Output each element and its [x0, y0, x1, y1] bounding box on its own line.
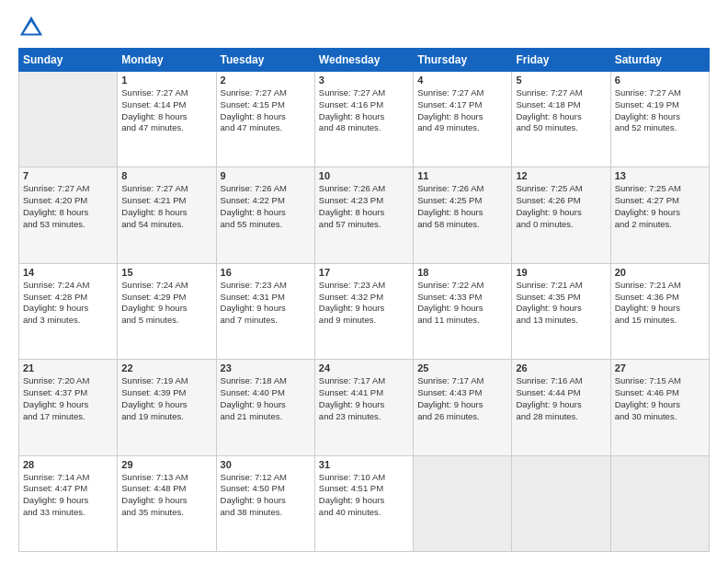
week-row-5: 28Sunrise: 7:14 AM Sunset: 4:47 PM Dayli…: [19, 455, 710, 551]
day-info: Sunrise: 7:21 AM Sunset: 4:36 PM Dayligh…: [615, 280, 705, 327]
day-info: Sunrise: 7:14 AM Sunset: 4:47 PM Dayligh…: [23, 472, 113, 519]
day-number: 17: [319, 267, 409, 278]
day-info: Sunrise: 7:27 AM Sunset: 4:16 PM Dayligh…: [319, 87, 409, 134]
day-cell: 30Sunrise: 7:12 AM Sunset: 4:50 PM Dayli…: [216, 455, 314, 551]
day-info: Sunrise: 7:10 AM Sunset: 4:51 PM Dayligh…: [319, 472, 409, 519]
day-cell: [19, 72, 118, 167]
day-info: Sunrise: 7:17 AM Sunset: 4:43 PM Dayligh…: [417, 375, 507, 422]
week-row-1: 1Sunrise: 7:27 AM Sunset: 4:14 PM Daylig…: [19, 72, 710, 167]
calendar-body: 1Sunrise: 7:27 AM Sunset: 4:14 PM Daylig…: [19, 72, 710, 552]
day-info: Sunrise: 7:15 AM Sunset: 4:46 PM Dayligh…: [615, 375, 705, 422]
day-number: 13: [615, 170, 705, 181]
day-number: 12: [516, 170, 606, 181]
logo-icon: [18, 15, 44, 40]
day-info: Sunrise: 7:18 AM Sunset: 4:40 PM Dayligh…: [221, 375, 311, 422]
week-row-4: 21Sunrise: 7:20 AM Sunset: 4:37 PM Dayli…: [19, 360, 710, 455]
header-cell-friday: Friday: [512, 49, 610, 72]
day-number: 5: [516, 75, 606, 86]
day-number: 6: [615, 75, 705, 86]
day-cell: 25Sunrise: 7:17 AM Sunset: 4:43 PM Dayli…: [414, 360, 512, 455]
day-info: Sunrise: 7:27 AM Sunset: 4:19 PM Dayligh…: [615, 87, 705, 134]
day-cell: 18Sunrise: 7:22 AM Sunset: 4:33 PM Dayli…: [414, 263, 512, 359]
header-cell-tuesday: Tuesday: [216, 49, 314, 72]
day-info: Sunrise: 7:27 AM Sunset: 4:14 PM Dayligh…: [121, 87, 211, 134]
day-number: 3: [319, 75, 409, 86]
day-number: 20: [615, 267, 705, 278]
day-cell: [512, 455, 610, 551]
day-number: 1: [121, 75, 211, 86]
day-cell: 2Sunrise: 7:27 AM Sunset: 4:15 PM Daylig…: [216, 72, 314, 167]
day-number: 10: [319, 170, 409, 181]
day-info: Sunrise: 7:27 AM Sunset: 4:21 PM Dayligh…: [121, 183, 211, 230]
day-info: Sunrise: 7:12 AM Sunset: 4:50 PM Dayligh…: [221, 472, 311, 519]
day-info: Sunrise: 7:23 AM Sunset: 4:32 PM Dayligh…: [319, 280, 409, 327]
day-cell: 20Sunrise: 7:21 AM Sunset: 4:36 PM Dayli…: [610, 263, 709, 359]
day-number: 28: [23, 459, 113, 470]
day-info: Sunrise: 7:24 AM Sunset: 4:29 PM Dayligh…: [121, 280, 211, 327]
day-cell: 22Sunrise: 7:19 AM Sunset: 4:39 PM Dayli…: [118, 360, 216, 455]
day-info: Sunrise: 7:25 AM Sunset: 4:27 PM Dayligh…: [615, 183, 705, 230]
day-number: 23: [221, 362, 311, 373]
day-info: Sunrise: 7:22 AM Sunset: 4:33 PM Dayligh…: [417, 280, 507, 327]
day-info: Sunrise: 7:26 AM Sunset: 4:25 PM Dayligh…: [417, 183, 507, 230]
day-info: Sunrise: 7:27 AM Sunset: 4:15 PM Dayligh…: [221, 87, 311, 134]
header-row: SundayMondayTuesdayWednesdayThursdayFrid…: [19, 49, 710, 72]
day-number: 15: [121, 267, 211, 278]
day-number: 7: [23, 170, 113, 181]
day-number: 9: [221, 170, 311, 181]
day-number: 22: [121, 362, 211, 373]
day-cell: 6Sunrise: 7:27 AM Sunset: 4:19 PM Daylig…: [610, 72, 709, 167]
day-info: Sunrise: 7:19 AM Sunset: 4:39 PM Dayligh…: [121, 375, 211, 422]
day-cell: 13Sunrise: 7:25 AM Sunset: 4:27 PM Dayli…: [610, 167, 709, 263]
day-number: 30: [221, 459, 311, 470]
day-number: 27: [615, 362, 705, 373]
day-cell: [610, 455, 709, 551]
day-cell: 16Sunrise: 7:23 AM Sunset: 4:31 PM Dayli…: [216, 263, 314, 359]
header: [18, 15, 710, 40]
day-number: 2: [221, 75, 311, 86]
day-info: Sunrise: 7:23 AM Sunset: 4:31 PM Dayligh…: [221, 280, 311, 327]
day-number: 18: [417, 267, 507, 278]
day-cell: 4Sunrise: 7:27 AM Sunset: 4:17 PM Daylig…: [414, 72, 512, 167]
day-number: 19: [516, 267, 606, 278]
day-cell: 29Sunrise: 7:13 AM Sunset: 4:48 PM Dayli…: [118, 455, 216, 551]
day-number: 8: [121, 170, 211, 181]
day-cell: 8Sunrise: 7:27 AM Sunset: 4:21 PM Daylig…: [118, 167, 216, 263]
day-cell: 31Sunrise: 7:10 AM Sunset: 4:51 PM Dayli…: [314, 455, 413, 551]
day-info: Sunrise: 7:21 AM Sunset: 4:35 PM Dayligh…: [516, 280, 606, 327]
day-cell: 7Sunrise: 7:27 AM Sunset: 4:20 PM Daylig…: [19, 167, 118, 263]
day-number: 21: [23, 362, 113, 373]
day-cell: 11Sunrise: 7:26 AM Sunset: 4:25 PM Dayli…: [414, 167, 512, 263]
header-cell-wednesday: Wednesday: [314, 49, 413, 72]
day-info: Sunrise: 7:26 AM Sunset: 4:22 PM Dayligh…: [221, 183, 311, 230]
day-info: Sunrise: 7:20 AM Sunset: 4:37 PM Dayligh…: [23, 375, 113, 422]
week-row-3: 14Sunrise: 7:24 AM Sunset: 4:28 PM Dayli…: [19, 263, 710, 359]
header-cell-monday: Monday: [118, 49, 216, 72]
day-info: Sunrise: 7:27 AM Sunset: 4:18 PM Dayligh…: [516, 87, 606, 134]
day-number: 29: [121, 459, 211, 470]
logo: [18, 15, 48, 40]
day-cell: 15Sunrise: 7:24 AM Sunset: 4:29 PM Dayli…: [118, 263, 216, 359]
day-info: Sunrise: 7:24 AM Sunset: 4:28 PM Dayligh…: [23, 280, 113, 327]
day-info: Sunrise: 7:17 AM Sunset: 4:41 PM Dayligh…: [319, 375, 409, 422]
day-info: Sunrise: 7:13 AM Sunset: 4:48 PM Dayligh…: [121, 472, 211, 519]
day-number: 25: [417, 362, 507, 373]
day-number: 14: [23, 267, 113, 278]
day-cell: 24Sunrise: 7:17 AM Sunset: 4:41 PM Dayli…: [314, 360, 413, 455]
day-cell: 19Sunrise: 7:21 AM Sunset: 4:35 PM Dayli…: [512, 263, 610, 359]
day-info: Sunrise: 7:16 AM Sunset: 4:44 PM Dayligh…: [516, 375, 606, 422]
day-number: 24: [319, 362, 409, 373]
day-info: Sunrise: 7:26 AM Sunset: 4:23 PM Dayligh…: [319, 183, 409, 230]
day-cell: 5Sunrise: 7:27 AM Sunset: 4:18 PM Daylig…: [512, 72, 610, 167]
day-info: Sunrise: 7:25 AM Sunset: 4:26 PM Dayligh…: [516, 183, 606, 230]
day-number: 4: [417, 75, 507, 86]
day-cell: 14Sunrise: 7:24 AM Sunset: 4:28 PM Dayli…: [19, 263, 118, 359]
day-number: 11: [417, 170, 507, 181]
day-cell: 21Sunrise: 7:20 AM Sunset: 4:37 PM Dayli…: [19, 360, 118, 455]
week-row-2: 7Sunrise: 7:27 AM Sunset: 4:20 PM Daylig…: [19, 167, 710, 263]
day-cell: 28Sunrise: 7:14 AM Sunset: 4:47 PM Dayli…: [19, 455, 118, 551]
day-cell: 12Sunrise: 7:25 AM Sunset: 4:26 PM Dayli…: [512, 167, 610, 263]
day-cell: 10Sunrise: 7:26 AM Sunset: 4:23 PM Dayli…: [314, 167, 413, 263]
header-cell-sunday: Sunday: [19, 49, 118, 72]
day-number: 26: [516, 362, 606, 373]
